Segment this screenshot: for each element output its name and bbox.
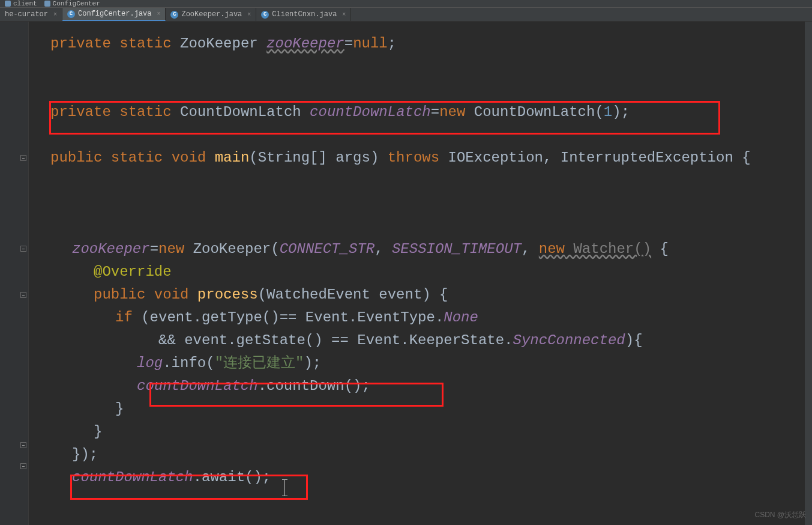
close-icon[interactable]: × xyxy=(247,11,251,18)
close-icon[interactable]: × xyxy=(157,11,160,17)
tab-clientcnxn[interactable]: CClientCnxn.java× xyxy=(256,8,351,21)
breadcrumb-config[interactable]: ConfigCenter xyxy=(41,0,104,7)
editor-gutter xyxy=(0,22,29,525)
code-line: private static CountDownLatch countDownL… xyxy=(29,101,805,124)
code-line: zooKeeper=new ZooKeeper(CONNECT_STR, SES… xyxy=(29,238,805,261)
watermark: CSDN @沃恁跃 xyxy=(754,510,806,520)
fold-icon[interactable] xyxy=(20,155,26,161)
text-caret-icon xyxy=(284,479,285,496)
tab-configcenter[interactable]: CConfigCenter.java× xyxy=(62,8,166,21)
fold-icon[interactable] xyxy=(20,442,26,448)
tab-zookeeper[interactable]: CZooKeeper.java× xyxy=(166,8,256,21)
fold-icon[interactable] xyxy=(20,246,26,252)
code-editor[interactable]: private static ZooKeeper zooKeeper=null;… xyxy=(29,22,805,525)
code-line: }); xyxy=(29,443,805,466)
code-line: if (event.getType()== Event.EventType.No… xyxy=(29,306,805,329)
code-line: private static ZooKeeper zooKeeper=null; xyxy=(29,32,805,55)
breadcrumb-client[interactable]: client xyxy=(1,0,41,7)
class-icon xyxy=(44,1,50,7)
blank-line xyxy=(29,169,805,238)
code-line: && event.getState() == Event.KeeperState… xyxy=(29,329,805,352)
fold-icon[interactable] xyxy=(20,463,26,469)
close-icon[interactable]: × xyxy=(53,11,57,18)
java-class-icon: C xyxy=(170,11,178,19)
fold-icon[interactable] xyxy=(20,292,26,298)
code-line: public void process(WatchedEvent event) … xyxy=(29,284,805,306)
tab-curator[interactable]: he-curator× xyxy=(0,8,62,21)
code-line: countDownLatch.countDown(); xyxy=(29,375,805,398)
breadcrumb-bar: client ConfigCenter xyxy=(0,0,812,8)
code-line: countDownLatch.await(); xyxy=(29,466,805,489)
code-line: public static void main(String[] args) t… xyxy=(29,147,805,169)
code-line: @Override xyxy=(29,261,805,284)
editor-tabs: he-curator× CConfigCenter.java× CZooKeep… xyxy=(0,8,812,22)
java-class-icon: C xyxy=(67,10,75,18)
java-class-icon: C xyxy=(261,11,269,19)
code-line: } xyxy=(29,398,805,420)
blank-line xyxy=(29,124,805,147)
blank-line xyxy=(29,55,805,101)
scrollbar[interactable] xyxy=(805,22,812,525)
code-line: log.info("连接已建立"); xyxy=(29,352,805,375)
close-icon[interactable]: × xyxy=(342,11,346,18)
code-line: } xyxy=(29,420,805,443)
folder-icon xyxy=(5,1,11,7)
